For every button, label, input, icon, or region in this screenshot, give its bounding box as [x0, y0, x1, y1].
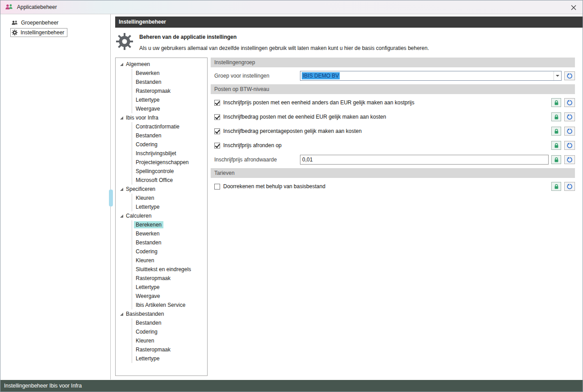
tree-item-bewerken[interactable]: Bewerken — [132, 69, 207, 78]
tree-item-label: Bewerken — [134, 230, 161, 237]
tree-item-inschrijvingsbiljet[interactable]: Inschrijvingsbiljet — [132, 149, 207, 158]
close-button[interactable] — [570, 4, 577, 11]
tree-item-ibis-artikelen-service[interactable]: Ibis Artikelen Service — [132, 301, 207, 309]
tree-item-lettertype[interactable]: Lettertype — [132, 95, 207, 104]
tree-item-bestanden[interactable]: Bestanden — [132, 78, 207, 87]
tree-item-bewerken[interactable]: Bewerken — [132, 229, 207, 238]
tree-group-label: Basisbestanden — [126, 311, 164, 317]
checkbox-label: Doorrekenen met behulp van basisbestand — [223, 183, 325, 190]
tree-item-bestanden[interactable]: Bestanden — [132, 318, 207, 327]
tree-item-spellingcontrole[interactable]: Spellingcontrole — [132, 167, 207, 176]
tree-item-rasteropmaak[interactable]: Rasteropmaak — [132, 274, 207, 283]
tree-item-bestanden[interactable]: Bestanden — [132, 131, 207, 140]
undo-button[interactable] — [564, 112, 575, 121]
undo-button[interactable] — [564, 98, 575, 107]
checkbox-inschrijfprijs-posten-met-een-eenheid-anders-dan-eur-gelijk-maken-aan-kostprijs[interactable] — [214, 100, 220, 106]
tree-item-sluittekst-en-eindregels[interactable]: Sluittekst en eindregels — [132, 265, 207, 274]
tree-group-algemeen[interactable]: Algemeen — [116, 60, 207, 69]
tree-group-specificeren[interactable]: Specificeren — [116, 185, 207, 194]
expander-icon[interactable] — [120, 313, 123, 316]
checkbox-inschrijfprijs-afronden-op[interactable] — [214, 143, 220, 149]
undo-icon — [566, 73, 573, 79]
undo-button[interactable] — [564, 155, 575, 164]
expander-icon[interactable] — [120, 116, 123, 120]
tree-item-lettertype[interactable]: Lettertype — [132, 283, 207, 292]
status-bar: Instellingenbeheer Ibis voor Infra — [0, 380, 583, 392]
tree-item-kleuren[interactable]: Kleuren — [132, 256, 207, 265]
intro-description: Als u uw gebruikers allemaal van dezelfd… — [139, 45, 429, 51]
section-header-instellingengroep: Instellingengroep — [211, 58, 575, 67]
lock-button[interactable] — [551, 182, 561, 191]
checkbox-label: Inschrijfbedrag posten met de eenheid EU… — [223, 114, 386, 120]
tree-item-bestanden[interactable]: Bestanden — [132, 238, 207, 247]
checkbox-inschrijfbedrag-posten-met-de-eenheid-eur-gelijk-maken-aan-kosten[interactable] — [214, 114, 220, 120]
tree-item-berekenen[interactable]: Berekenen — [132, 220, 207, 229]
expander-icon[interactable] — [120, 63, 123, 66]
tree-item-kleuren[interactable]: Kleuren — [132, 336, 207, 345]
titlebar: Applicatiebeheer — [0, 0, 583, 14]
sidebar-item-instellingenbeheer[interactable]: Instellingenbeheer — [10, 28, 67, 37]
tree-item-kleuren[interactable]: Kleuren — [132, 194, 207, 202]
tree-item-lettertype[interactable]: Lettertype — [132, 354, 207, 363]
settings-panel: InstellingengroepGroep voor instellingen… — [211, 58, 575, 376]
tree-item-weergave[interactable]: Weergave — [132, 104, 207, 113]
lock-button[interactable] — [551, 127, 561, 136]
undo-button[interactable] — [564, 127, 575, 136]
expander-icon[interactable] — [120, 215, 123, 218]
tree-item-label: Bestanden — [134, 132, 163, 139]
tree-group-label: Algemeen — [126, 61, 150, 67]
tree-group-ibis-voor-infra[interactable]: Ibis voor Infra — [116, 113, 207, 122]
tree-item-codering[interactable]: Codering — [132, 327, 207, 336]
tree-item-contractinformatie[interactable]: Contractinformatie — [132, 122, 207, 131]
tree-item-codering[interactable]: Codering — [132, 247, 207, 256]
lock-button[interactable] — [551, 98, 561, 107]
sidebar-item-label: Instellingenbeheer — [21, 29, 64, 36]
settings-tree: AlgemeenBewerkenBestandenRasteropmaakLet… — [115, 58, 208, 376]
undo-icon — [566, 157, 573, 163]
lock-button[interactable] — [551, 155, 561, 164]
tree-item-weergave[interactable]: Weergave — [132, 292, 207, 301]
people-icon — [11, 20, 18, 26]
undo-button[interactable] — [564, 71, 575, 80]
sidebar-item-groepenbeheer[interactable]: Groepenbeheer — [10, 19, 61, 27]
text-input-inschrijfprijs-afrondwaarde[interactable] — [300, 155, 549, 165]
lock-button[interactable] — [551, 112, 561, 121]
intro-title: Beheren van de applicatie instellingen — [139, 34, 429, 40]
settings-row-inschrijfprijs-afrondwaarde: Inschrijfprijs afrondwaarde — [214, 155, 575, 165]
lock-icon — [554, 128, 559, 134]
splitter-handle[interactable] — [109, 190, 113, 206]
tree-item-label: Bestanden — [134, 239, 163, 246]
checkbox-inschrijfbedrag-percentageposten-gelijk-maken-aan-kosten[interactable] — [214, 128, 220, 134]
tree-item-rasteropmaak[interactable]: Rasteropmaak — [132, 87, 207, 95]
tree-item-rasteropmaak[interactable]: Rasteropmaak — [132, 345, 207, 354]
tree-item-codering[interactable]: Codering — [132, 140, 207, 149]
tree-item-lettertype[interactable]: Lettertype — [132, 202, 207, 211]
lock-button[interactable] — [551, 141, 561, 150]
expander-icon[interactable] — [120, 188, 123, 191]
checkbox-label: Inschrijfbedrag percentageposten gelijk … — [223, 128, 362, 134]
tree-item-microsoft-office[interactable]: Microsoft Office — [132, 176, 207, 185]
chevron-down-icon[interactable] — [554, 71, 561, 80]
undo-button[interactable] — [564, 182, 575, 191]
undo-button[interactable] — [564, 141, 575, 150]
checkbox-doorrekenen-met-behulp-van-basisbestand[interactable] — [214, 184, 220, 190]
tree-item-label: Microsoft Office — [134, 177, 175, 184]
checkbox-label: Inschrijfprijs posten met een eenheid an… — [223, 99, 414, 106]
combo-value: IBIS DEMO BV — [302, 72, 340, 79]
tree-group-calculeren[interactable]: Calculeren — [116, 211, 207, 220]
tree-children: ContractinformatieBestandenCoderingInsch… — [132, 122, 207, 185]
tree-group-label: Ibis voor Infra — [126, 115, 158, 121]
tree-item-label: Contractinformatie — [134, 123, 181, 130]
window-title: Applicatiebeheer — [17, 4, 57, 10]
combobox-groep-voor-instellingen[interactable]: IBIS DEMO BV — [300, 71, 562, 81]
section-header-posten-op-btw-niveau: Posten op BTW-niveau — [211, 84, 575, 94]
tree-item-projecteigenschappen[interactable]: Projecteigenschappen — [132, 158, 207, 167]
tree-item-label: Codering — [134, 141, 159, 148]
tree-group-label: Calculeren — [126, 213, 151, 219]
app-window: { "window": { "title": "Applicatiebeheer… — [0, 0, 583, 392]
tree-group-basisbestanden[interactable]: Basisbestanden — [116, 309, 207, 318]
lock-icon — [554, 157, 559, 163]
undo-icon — [566, 99, 573, 106]
tree-item-label: Lettertype — [134, 284, 161, 291]
tree-children: BewerkenBestandenRasteropmaakLettertypeW… — [132, 69, 207, 113]
